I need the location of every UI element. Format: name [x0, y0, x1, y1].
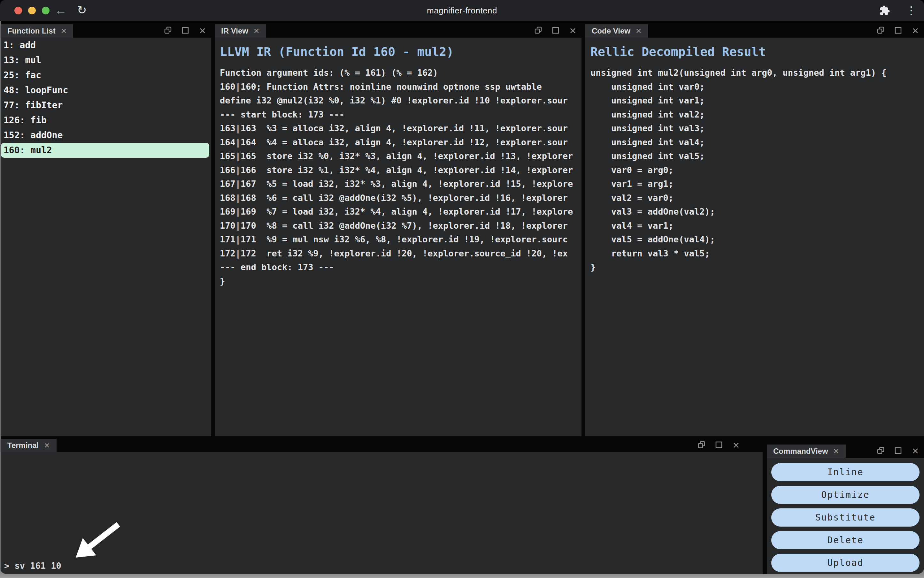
function-list-item[interactable]: 160: mul2: [1, 143, 209, 158]
decompiled-code-line: val2 = var0;: [591, 191, 924, 205]
float-panel-icon[interactable]: [164, 26, 172, 36]
mouse-cursor-arrow: [69, 522, 126, 565]
function-list-item[interactable]: 152: addOne: [1, 128, 211, 143]
decompiled-code-line: unsigned int mul2(unsigned int arg0, uns…: [591, 66, 924, 80]
browser-menu-icon[interactable]: ⋮: [905, 0, 917, 21]
tab-close-icon[interactable]: ✕: [44, 441, 50, 450]
close-panel-icon[interactable]: ✕: [199, 27, 206, 36]
zoom-window-button[interactable]: [42, 7, 49, 15]
ir-code-line: 166|166 store i32 %1, i32* %4, align 4, …: [220, 163, 581, 177]
tab-code-view[interactable]: Code View ✕: [585, 24, 648, 38]
ir-code-line: }: [220, 274, 581, 288]
terminal-panel: Terminal ✕ ✕ > sv 161 10: [1, 439, 763, 574]
float-panel-icon[interactable]: [877, 26, 885, 36]
function-list-panel: Function List ✕ ✕ 1: add 13: mul 25: fac…: [1, 24, 211, 436]
function-list-item[interactable]: 48: loopFunc: [1, 83, 211, 98]
ir-code-line: 171|171 %9 = mul nsw i32 %6, %8, !explor…: [220, 232, 581, 247]
maximize-panel-icon[interactable]: [894, 26, 902, 36]
ir-code-line: 170|170 %8 = call i32 @addOne(i32 %7), !…: [220, 219, 581, 233]
terminal-body[interactable]: > sv 161 10: [1, 452, 763, 574]
function-list-item[interactable]: 13: mul: [1, 53, 211, 68]
window-left-edge: [0, 21, 1, 574]
decompiled-code-line: val3 = addOne(val2);: [591, 205, 924, 219]
command-button[interactable]: Upload: [771, 554, 919, 572]
command-view-panel: CommandView ✕ ✕ Inline Optimize Substitu…: [767, 445, 924, 574]
code-view-body: Rellic Decompiled Result unsigned int mu…: [585, 38, 924, 436]
close-panel-icon[interactable]: ✕: [911, 447, 919, 456]
ir-code-block: Function argument ids: (% = 161) (% = 16…: [220, 66, 581, 288]
decompiled-code-line: val4 = var1;: [591, 219, 924, 233]
minimize-window-button[interactable]: [28, 7, 36, 15]
code-view-panel: Code View ✕ ✕ Rellic Decompiled Result u…: [585, 24, 924, 436]
decompiled-code-line: return val3 * val5;: [591, 247, 924, 261]
back-icon[interactable]: ←: [54, 0, 68, 21]
ir-code-line: 165|165 store i32 %0, i32* %3, align 4, …: [220, 149, 581, 163]
float-panel-icon[interactable]: [877, 447, 885, 456]
code-view-heading: Rellic Decompiled Result: [591, 45, 924, 59]
function-list-item[interactable]: 126: fib: [1, 113, 211, 128]
tab-code-view-label: Code View: [592, 26, 630, 36]
decompiled-code-line: }: [591, 260, 924, 274]
maximize-panel-icon[interactable]: [552, 26, 560, 36]
tab-command-view[interactable]: CommandView ✕: [767, 445, 846, 458]
command-button[interactable]: Delete: [771, 531, 919, 549]
tab-terminal-label: Terminal: [7, 441, 39, 450]
command-view-body: Inline Optimize Substitute Delete Upload: [767, 458, 924, 574]
tab-function-list-label: Function List: [7, 26, 55, 36]
close-panel-icon[interactable]: ✕: [569, 27, 576, 36]
close-panel-icon[interactable]: ✕: [911, 27, 919, 36]
ir-code-line: 164|164 %4 = alloca i32, align 4, !explo…: [220, 135, 581, 149]
magnifier-app-surface: Function List ✕ ✕ 1: add 13: mul 25: fac…: [0, 21, 924, 574]
ir-view-body: LLVM IR (Function Id 160 - mul2) Functio…: [215, 38, 581, 436]
command-button[interactable]: Optimize: [771, 486, 919, 504]
float-panel-icon[interactable]: [698, 441, 706, 450]
command-view-tabbar: CommandView ✕ ✕: [767, 445, 924, 458]
function-list-tabbar: Function List ✕ ✕: [1, 24, 211, 38]
decompiled-code-line: unsigned int val4;: [591, 135, 924, 149]
ir-code-line: Function argument ids: (% = 161) (% = 16…: [220, 66, 581, 80]
command-button[interactable]: Inline: [771, 463, 919, 481]
code-view-tabbar: Code View ✕ ✕: [585, 24, 924, 38]
float-panel-icon[interactable]: [535, 26, 542, 36]
tab-close-icon[interactable]: ✕: [833, 447, 839, 456]
command-button[interactable]: Substitute: [771, 508, 919, 527]
decompiled-code-line: unsigned int var1;: [591, 94, 924, 108]
titlebar: ← ↻ magnifier-frontend ⋮: [0, 0, 924, 21]
ir-code-line: define i32 @mul2(i32 %0, i32 %1) #0 !exp…: [220, 94, 581, 108]
decompiled-code-block: unsigned int mul2(unsigned int arg0, uns…: [591, 66, 924, 274]
tab-function-list[interactable]: Function List ✕: [1, 24, 73, 38]
terminal-tabbar: Terminal ✕ ✕: [1, 439, 763, 452]
maximize-panel-icon[interactable]: [715, 441, 723, 450]
maximize-panel-icon[interactable]: [894, 447, 902, 456]
close-window-button[interactable]: [15, 7, 22, 15]
decompiled-code-line: unsigned int val3;: [591, 121, 924, 135]
refresh-icon[interactable]: ↻: [75, 0, 89, 21]
decompiled-code-line: var1 = arg1;: [591, 177, 924, 191]
ir-code-line: 163|163 %3 = alloca i32, align 4, !explo…: [220, 121, 581, 135]
tab-command-view-label: CommandView: [773, 447, 828, 456]
tab-ir-view[interactable]: IR View ✕: [215, 24, 266, 38]
tab-ir-view-label: IR View: [221, 26, 248, 36]
decompiled-code-line: val5 = addOne(val4);: [591, 232, 924, 247]
ir-code-line: 169|169 %7 = load i32, i32* %4, align 4,…: [220, 205, 581, 219]
ir-view-panel: IR View ✕ ✕ LLVM IR (Function Id 160 - m…: [215, 24, 581, 436]
tab-close-icon[interactable]: ✕: [636, 27, 641, 36]
function-list-body: 1: add 13: mul 25: fac 48: loopFunc 77: …: [1, 38, 211, 436]
function-list-item[interactable]: 25: fac: [1, 68, 211, 83]
ir-code-line: 167|167 %5 = load i32, i32* %3, align 4,…: [220, 177, 581, 191]
function-list-item[interactable]: 77: fibIter: [1, 98, 211, 113]
ir-view-tabbar: IR View ✕ ✕: [215, 24, 581, 38]
decompiled-code-line: var0 = arg0;: [591, 163, 924, 177]
extension-puzzle-icon[interactable]: [879, 5, 890, 17]
ir-view-heading: LLVM IR (Function Id 160 - mul2): [220, 45, 581, 59]
maximize-panel-icon[interactable]: [182, 26, 189, 36]
terminal-prompt[interactable]: > sv 161 10: [4, 561, 61, 571]
function-list-item[interactable]: 1: add: [1, 38, 211, 53]
tab-close-icon[interactable]: ✕: [253, 27, 259, 36]
tab-close-icon[interactable]: ✕: [61, 27, 67, 36]
close-panel-icon[interactable]: ✕: [732, 441, 740, 450]
ir-code-line: --- end block: 173 ---: [220, 260, 581, 274]
decompiled-code-line: unsigned int var0;: [591, 80, 924, 94]
tab-terminal[interactable]: Terminal ✕: [1, 439, 57, 452]
ir-code-line: 160|160; Function Attrs: noinline nounwi…: [220, 80, 581, 94]
